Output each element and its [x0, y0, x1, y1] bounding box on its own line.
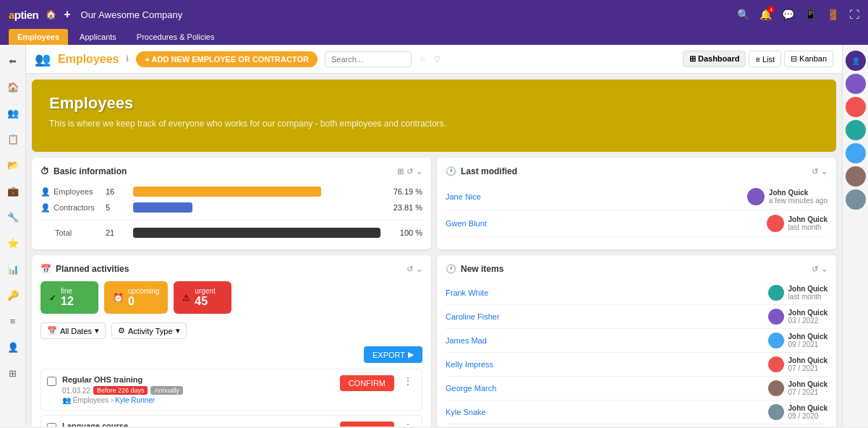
employees-row: 👤 Employees 16 76.19 %: [41, 184, 422, 200]
right-sidebar-user[interactable]: 👤: [846, 51, 866, 71]
dashboard-view-button[interactable]: ⊞ Dashboard: [683, 51, 746, 67]
right-avatar-4[interactable]: [846, 143, 866, 163]
sidebar-nav-11[interactable]: 👤: [3, 337, 23, 357]
lm-item-jane: Jane Nice John Quick a few minutes ago: [446, 184, 827, 210]
lm-refresh-icon[interactable]: ↺: [812, 167, 818, 176]
chat-icon[interactable]: 💬: [782, 9, 794, 20]
tab-procedures[interactable]: Procedures & Policies: [128, 29, 224, 45]
export-button[interactable]: EXPORT ▶: [364, 346, 422, 363]
activity-item-language: Language course 31.03.22 Before 196 days…: [41, 415, 422, 427]
ni-name-5[interactable]: Kyle Snake: [446, 408, 486, 416]
sidebar-nav-9[interactable]: 🔑: [3, 285, 23, 305]
ni-name-4[interactable]: George March: [446, 384, 496, 393]
upcoming-clock-icon: ⏰: [113, 293, 124, 303]
ni-name-0[interactable]: Frank White: [446, 288, 488, 297]
activity-link-ohs[interactable]: Kyle Runner: [115, 396, 155, 404]
right-avatar-6[interactable]: [846, 189, 866, 210]
ni-avatar-0: [768, 285, 784, 301]
lm-avatar-jane: [747, 188, 765, 205]
cards-grid: ⏱ Basic information ⊞ ↺ ⌄ 👤 Employees 16: [26, 158, 842, 427]
expand-icon[interactable]: ⛶: [849, 9, 859, 20]
mobile-icon[interactable]: 📱: [804, 9, 817, 20]
sidebar-nav-6[interactable]: 🔧: [3, 207, 23, 227]
employee-person-icon: 👤: [41, 187, 51, 197]
sidebar-nav-10[interactable]: ≡: [3, 311, 23, 331]
lm-info-gwen: John Quick last month: [788, 215, 827, 231]
confirm-button-ohs[interactable]: CONFIRM: [340, 375, 394, 391]
list-view-button[interactable]: ≡ List: [749, 51, 781, 67]
ni-user-0: John Quick last month: [768, 285, 827, 301]
hero-banner: Employees This is where we keep track of…: [32, 80, 836, 152]
right-sidebar: 👤: [842, 45, 868, 427]
activity-date-ohs: 01.03.22 Before 226 days Annually: [62, 386, 334, 395]
fine-check-icon: ✓: [49, 293, 56, 303]
info-icon[interactable]: ℹ: [126, 54, 129, 64]
ni-refresh-icon[interactable]: ↺: [812, 265, 818, 274]
ni-name-1[interactable]: Caroline Fisher: [446, 312, 500, 321]
ni-info-1: John Quick 03 / 2022: [788, 309, 827, 325]
sidebar-nav-5[interactable]: 💼: [3, 181, 23, 201]
lm-avatar-gwen: [767, 215, 784, 232]
more-options-language[interactable]: ⋮: [400, 421, 416, 427]
lm-expand-icon[interactable]: ⌄: [821, 167, 827, 176]
contractors-row: 👤 Contractors 5 23.81 %: [41, 200, 422, 215]
star-icon[interactable]: ☆: [419, 54, 427, 64]
ni-item-1: Caroline Fisher John Quick 03 / 2022: [446, 305, 827, 329]
ni-item-0: Frank White John Quick last month: [446, 281, 827, 305]
ni-expand-icon[interactable]: ⌄: [821, 265, 827, 274]
sidebar-nav-home[interactable]: ⬅: [3, 51, 23, 71]
kanban-view-button[interactable]: ⊟ Kanban: [784, 51, 833, 67]
activity-type-icon: ⚙: [118, 326, 125, 335]
filter-icon[interactable]: ▽: [434, 54, 441, 64]
search-icon[interactable]: 🔍: [737, 9, 749, 20]
notifications-icon[interactable]: 🔔4: [760, 9, 772, 20]
total-row: Total 21 100 %: [41, 225, 422, 241]
filter-row: 📅 All Dates ▾ ⚙ Activity Type ▾: [41, 322, 422, 339]
ni-name-3[interactable]: Kelly Impress: [446, 360, 493, 369]
employees-label: 👤 Employees: [41, 187, 106, 197]
company-name: Our Awesome Company: [81, 9, 183, 20]
search-input[interactable]: [325, 51, 412, 67]
logout-icon[interactable]: 🚪: [827, 9, 839, 20]
right-avatar-1[interactable]: [846, 74, 866, 94]
right-avatar-2[interactable]: [846, 97, 866, 117]
sidebar-nav-1[interactable]: 🏠: [3, 77, 23, 97]
right-avatar-3[interactable]: [846, 120, 866, 140]
sidebar-nav-7[interactable]: ⭐: [3, 233, 23, 253]
home-icon[interactable]: 🏠: [46, 9, 56, 20]
tab-employees[interactable]: Employees: [9, 29, 68, 45]
fine-badge: ✓ fine 12: [41, 281, 98, 314]
left-sidebar: ⬅ 🏠 👥 📋 📂 💼 🔧 ⭐ 📊 🔑 ≡ 👤 ⊞: [0, 45, 26, 427]
lm-name-jane[interactable]: Jane Nice: [446, 192, 481, 201]
add-employee-button[interactable]: + ADD NEW EMPLOYEE OR CONTRACTOR: [136, 51, 317, 67]
activity-checkbox-ohs[interactable]: [47, 377, 56, 386]
content-area: 👥 Employees ℹ + ADD NEW EMPLOYEE OR CONT…: [26, 45, 842, 427]
tab-applicants[interactable]: Applicants: [71, 29, 125, 45]
contractors-bar: [133, 202, 192, 213]
ni-avatar-4: [768, 380, 784, 396]
sidebar-nav-3[interactable]: 📋: [3, 129, 23, 149]
right-avatar-5[interactable]: [846, 166, 866, 187]
sidebar-nav-2[interactable]: 👥: [3, 103, 23, 123]
sidebar-nav-8[interactable]: 📊: [3, 259, 23, 279]
table-icon[interactable]: ⊞: [397, 167, 404, 176]
confirm-button-language[interactable]: CONFIRM: [340, 421, 394, 427]
ni-info-2: John Quick 09 / 2021: [788, 333, 827, 348]
sidebar-nav-12[interactable]: ⊞: [3, 363, 23, 383]
more-options-ohs[interactable]: ⋮: [400, 375, 416, 387]
basic-info-title: Basic information: [54, 166, 127, 176]
logo: aptien: [9, 9, 38, 21]
refresh-icon[interactable]: ↺: [407, 167, 413, 176]
add-icon[interactable]: +: [64, 8, 70, 21]
sidebar-nav-4[interactable]: 📂: [3, 155, 23, 175]
ni-name-2[interactable]: James Mad: [446, 336, 487, 345]
activity-checkbox-language[interactable]: [47, 423, 56, 427]
export-row: EXPORT ▶: [41, 346, 422, 369]
main-layout: ⬅ 🏠 👥 📋 📂 💼 🔧 ⭐ 📊 🔑 ≡ 👤 ⊞ 👥 Employees ℹ …: [0, 45, 868, 427]
lm-name-gwen[interactable]: Gwen Blunt: [446, 219, 487, 228]
activity-type-filter[interactable]: ⚙ Activity Type ▾: [111, 322, 187, 339]
pa-expand-icon[interactable]: ⌄: [416, 265, 422, 274]
pa-refresh-icon[interactable]: ↺: [407, 265, 413, 274]
all-dates-filter[interactable]: 📅 All Dates ▾: [41, 322, 106, 339]
expand-icon[interactable]: ⌄: [416, 167, 422, 176]
